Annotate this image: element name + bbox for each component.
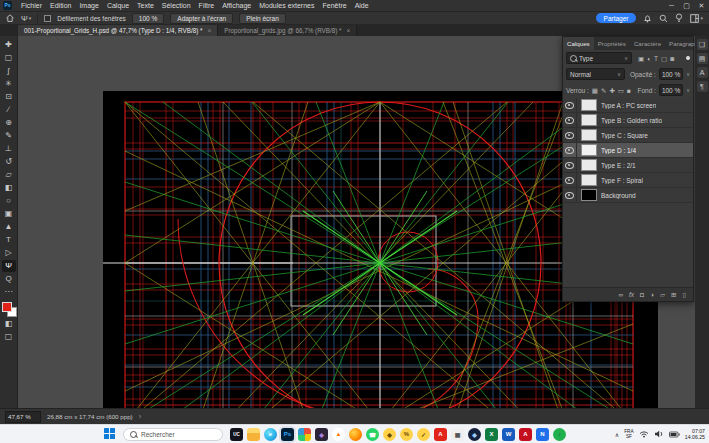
lock-position-icon[interactable]: ✚ bbox=[609, 86, 614, 95]
status-chevron-icon[interactable]: › bbox=[139, 413, 141, 420]
filter-toggle-pin[interactable] bbox=[686, 56, 690, 60]
type-tool[interactable]: T bbox=[2, 234, 16, 246]
hand-tool-option-icon[interactable]: Ψ▾ bbox=[21, 12, 31, 25]
taskbar-app-calculator[interactable]: ▦ bbox=[451, 428, 464, 441]
layer-thumbnail[interactable] bbox=[581, 189, 597, 201]
move-tool[interactable]: ✚ bbox=[2, 39, 16, 51]
taskbar-app-uc-browser[interactable]: UC bbox=[230, 428, 243, 441]
visibility-eye-icon[interactable] bbox=[565, 117, 574, 124]
search-icon[interactable] bbox=[659, 14, 668, 23]
menu-item-fichier[interactable]: Fichier bbox=[17, 0, 46, 12]
taskbar-app-edge-browser[interactable]: e bbox=[264, 428, 277, 441]
link-layers-icon[interactable]: ∞ bbox=[618, 291, 623, 298]
lock-pixels-icon[interactable]: ✎ bbox=[601, 86, 606, 95]
quick-selection-tool[interactable]: ✳ bbox=[2, 78, 16, 90]
clock[interactable]: 07:0714.06.25 bbox=[685, 428, 705, 440]
filter-smart-object-icon[interactable]: ◙ bbox=[670, 54, 674, 63]
panel-tab-calques[interactable]: Calques bbox=[563, 37, 594, 50]
layer-filter-select[interactable]: Type ∨ bbox=[566, 52, 632, 64]
taskbar-app-purple-media-app[interactable]: ◆ bbox=[315, 428, 328, 441]
layer-row-type-f-spiral[interactable]: Type F : Spiral bbox=[563, 173, 693, 188]
layer-thumbnail[interactable] bbox=[581, 144, 597, 156]
blend-mode-select[interactable]: Normal ∨ bbox=[566, 68, 625, 80]
layer-thumbnail[interactable] bbox=[581, 174, 597, 186]
taskbar-app-red-office-app[interactable]: A bbox=[519, 428, 532, 441]
layer-row-type-e-2-1[interactable]: Type E : 2/1 bbox=[563, 158, 693, 173]
lock-artboard-icon[interactable]: ▭ bbox=[618, 86, 624, 95]
healing-brush-tool[interactable]: ⊕ bbox=[2, 117, 16, 129]
crop-tool[interactable]: ⊡ bbox=[2, 91, 16, 103]
taskbar-app-yellow-app-1[interactable]: ◆ bbox=[383, 428, 396, 441]
visibility-eye-icon[interactable] bbox=[565, 162, 574, 169]
filter-adjustment-icon[interactable]: ◐ bbox=[647, 54, 651, 63]
lasso-tool[interactable]: ʃ bbox=[2, 65, 16, 77]
layer-thumbnail[interactable] bbox=[581, 114, 597, 126]
window-close-button[interactable]: ✕ bbox=[694, 0, 709, 12]
eyedropper-tool[interactable]: ∕ bbox=[2, 104, 16, 116]
layer-row-type-b-golden-ratio[interactable]: Type B : Golden ratio bbox=[563, 113, 693, 128]
filter-pixel-icon[interactable]: ▣ bbox=[638, 54, 644, 63]
visibility-eye-icon[interactable] bbox=[565, 192, 574, 199]
zoom-tool[interactable]: Q bbox=[2, 273, 16, 285]
layer-mask-icon[interactable]: ◘ bbox=[640, 291, 644, 298]
panel-tab-caract-re[interactable]: Caractère bbox=[630, 37, 665, 50]
taskbar-app-vlc[interactable]: ▲ bbox=[332, 428, 345, 441]
frame-tool[interactable]: ▣ bbox=[2, 208, 16, 220]
language-indicator[interactable]: FRASF bbox=[624, 429, 634, 439]
tray-chevron-icon[interactable]: ∧ bbox=[615, 431, 619, 438]
visibility-eye-icon[interactable] bbox=[565, 177, 574, 184]
taskbar-app-firefox[interactable] bbox=[349, 428, 362, 441]
full-screen-button[interactable]: Plein écran bbox=[239, 13, 286, 24]
delete-layer-icon[interactable]: ▯ bbox=[682, 291, 686, 299]
document-tab-2[interactable]: Proportional_grids.jpg @ 66,7% (RVB/8) *… bbox=[218, 25, 357, 36]
menu-item-affichage[interactable]: Affichage bbox=[218, 0, 255, 12]
menu-item-calque[interactable]: Calque bbox=[103, 0, 133, 12]
lock-transparent-icon[interactable]: ▦ bbox=[592, 86, 598, 95]
panel-tab-propri-t-s[interactable]: Propriétés bbox=[594, 37, 630, 50]
edit-toolbar[interactable]: ⋯ bbox=[2, 286, 16, 298]
layer-row-type-a-pc-screen[interactable]: Type A : PC screen bbox=[563, 98, 693, 113]
menu-item-image[interactable]: Image bbox=[75, 0, 102, 12]
path-selection-tool[interactable]: ▷ bbox=[2, 247, 16, 259]
taskbar-app-acrobat[interactable]: A bbox=[434, 428, 447, 441]
start-button[interactable] bbox=[104, 428, 116, 440]
layer-row-type-d-1-4[interactable]: Type D : 1/4 bbox=[563, 143, 693, 158]
zoom-100-button[interactable]: 100 % bbox=[132, 13, 164, 24]
layer-row-background[interactable]: Background bbox=[563, 188, 693, 203]
fit-screen-button[interactable]: Adapter à l'écran bbox=[170, 13, 233, 24]
taskbar-app-yellow-app-3[interactable]: ✓ bbox=[417, 428, 430, 441]
document-tab-1[interactable]: 001-Proportional_Grids_H.psd @ 47,7% (Ty… bbox=[18, 25, 218, 36]
home-icon[interactable] bbox=[5, 13, 15, 23]
window-minimize-button[interactable]: ─ bbox=[664, 0, 679, 12]
screen-mode-button[interactable]: ▢ bbox=[2, 331, 16, 343]
taskbar-app-whatsapp[interactable]: ☎ bbox=[366, 428, 379, 441]
visibility-eye-icon[interactable] bbox=[565, 102, 574, 109]
lock-all-icon[interactable]: ■ bbox=[627, 86, 631, 95]
taskbar-app-excel[interactable]: X bbox=[485, 428, 498, 441]
filter-shape-icon[interactable]: ▢ bbox=[661, 54, 667, 63]
taskbar-app-navy-round-app[interactable]: ◈ bbox=[468, 428, 481, 441]
marquee-tool[interactable]: ▢ bbox=[2, 52, 16, 64]
taskbar-app-word[interactable]: W bbox=[502, 428, 515, 441]
share-button[interactable]: Partager bbox=[596, 13, 637, 23]
foreground-color-swatch[interactable] bbox=[2, 302, 12, 312]
clone-stamp-tool[interactable]: ⊥ bbox=[2, 143, 16, 155]
opacity-caret-icon[interactable]: ∨ bbox=[686, 71, 690, 77]
dock-character-icon[interactable]: A bbox=[697, 67, 708, 78]
discover-lightbulb-icon[interactable] bbox=[675, 13, 683, 23]
quick-mask-button[interactable]: ◧ bbox=[2, 318, 16, 330]
battery-icon[interactable] bbox=[669, 431, 680, 438]
adjustment-layer-icon[interactable]: ◑ bbox=[650, 291, 654, 298]
tab-close-icon[interactable]: × bbox=[207, 27, 211, 34]
taskbar-app-blue-app[interactable]: N bbox=[536, 428, 549, 441]
window-restore-button[interactable]: ▢ bbox=[679, 0, 694, 12]
menu-item-fen-tre[interactable]: Fenêtre bbox=[319, 0, 351, 12]
wifi-icon[interactable] bbox=[639, 430, 649, 438]
taskbar-app-photoshop[interactable]: Ps bbox=[281, 428, 294, 441]
taskbar-app-photos-app[interactable] bbox=[298, 428, 311, 441]
eraser-tool[interactable]: ▱ bbox=[2, 169, 16, 181]
hand-tool[interactable]: Ψ bbox=[2, 260, 16, 272]
layer-thumbnail[interactable] bbox=[581, 159, 597, 171]
menu-item-s-lection[interactable]: Sélection bbox=[158, 0, 195, 12]
dock-layers-icon[interactable]: ❏ bbox=[697, 39, 708, 50]
